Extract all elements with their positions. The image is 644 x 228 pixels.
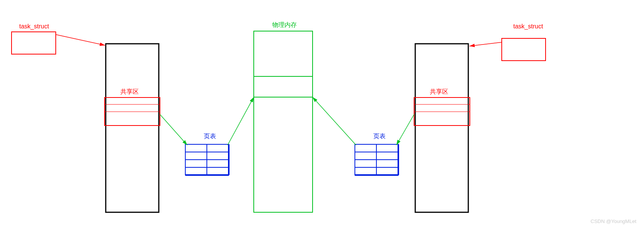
shared-region-right-box xyxy=(414,97,470,126)
shared-region-left-box xyxy=(105,97,160,126)
arrow-shared-to-pt-left xyxy=(160,114,187,145)
arrow-pt-to-phys-left xyxy=(228,97,254,145)
physical-shared-block xyxy=(254,76,313,97)
diagram-svg xyxy=(0,0,644,228)
vaddr-space-left xyxy=(106,44,159,212)
task-struct-right-box xyxy=(502,38,546,61)
physical-memory-box xyxy=(254,31,313,212)
arrow-task-to-vaddr-left xyxy=(56,35,105,45)
page-table-left xyxy=(185,144,229,175)
arrow-shared-to-pt-right xyxy=(396,114,414,145)
task-struct-left-box xyxy=(12,32,56,54)
arrow-pt-to-phys-right xyxy=(313,97,356,145)
vaddr-space-right xyxy=(415,44,468,212)
arrow-task-to-vaddr-right xyxy=(469,42,502,46)
page-table-right xyxy=(355,144,398,175)
